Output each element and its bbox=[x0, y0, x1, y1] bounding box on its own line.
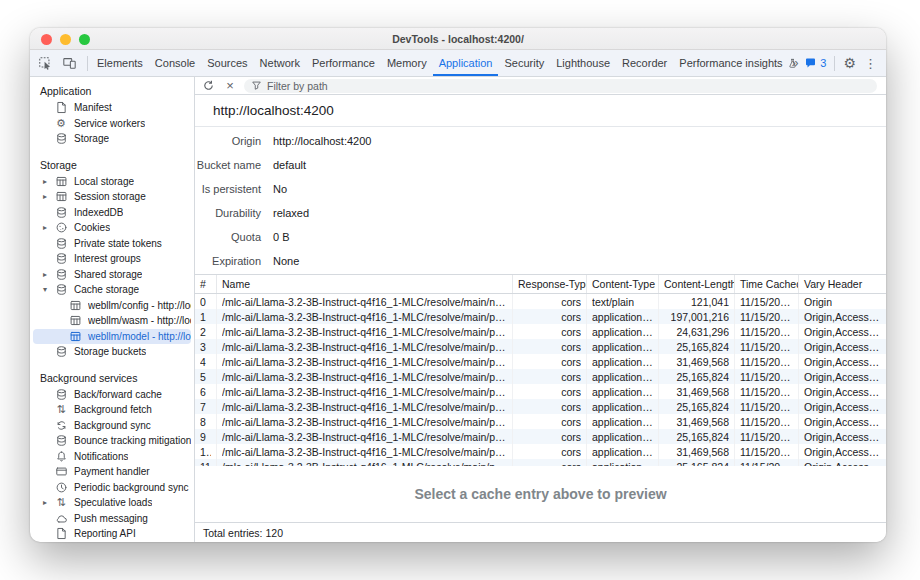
sidebar-item-bounce-tracking-mitigations[interactable]: Bounce tracking mitigations bbox=[33, 433, 191, 449]
updown-icon: ⇅ bbox=[54, 403, 68, 417]
sidebar-item-background-fetch[interactable]: ⇅Background fetch bbox=[33, 402, 191, 418]
sidebar-item-reporting-api[interactable]: Reporting API bbox=[33, 526, 191, 542]
table-row[interactable]: 8/mlc-ai/Llama-3.2-3B-Instruct-q4f16_1-M… bbox=[195, 414, 886, 429]
sidebar-item-private-state-tokens[interactable]: Private state tokens bbox=[33, 236, 191, 252]
file-icon bbox=[54, 101, 68, 115]
tab-security[interactable]: Security bbox=[498, 50, 550, 76]
table-row[interactable]: 9/mlc-ai/Llama-3.2-3B-Instruct-q4f16_1-M… bbox=[195, 429, 886, 444]
table-row[interactable]: 2/mlc-ai/Llama-3.2-3B-Instruct-q4f16_1-M… bbox=[195, 324, 886, 339]
sidebar-item-notifications[interactable]: Notifications bbox=[33, 449, 191, 465]
table-row[interactable]: 5/mlc-ai/Llama-3.2-3B-Instruct-q4f16_1-M… bbox=[195, 369, 886, 384]
meta-value: relaxed bbox=[273, 207, 309, 219]
cell-vary: Origin,Access… bbox=[799, 459, 886, 466]
sidebar-item-webllm-wasm-http-loca[interactable]: webllm/wasm - http://loca… bbox=[33, 313, 191, 329]
sidebar-item-shared-storage[interactable]: ▸Shared storage bbox=[33, 267, 191, 283]
tab-performance[interactable]: Performance bbox=[306, 50, 381, 76]
inspect-icon[interactable] bbox=[34, 53, 56, 73]
more-tabs-icon[interactable]: » bbox=[790, 56, 800, 70]
sidebar-item-payment-handler[interactable]: Payment handler bbox=[33, 464, 191, 480]
refresh-icon[interactable] bbox=[200, 78, 216, 94]
meta-value: None bbox=[273, 255, 299, 267]
section-title-application: Application bbox=[30, 82, 194, 100]
table-row[interactable]: 4/mlc-ai/Llama-3.2-3B-Instruct-q4f16_1-M… bbox=[195, 354, 886, 369]
tab-lighthouse[interactable]: Lighthouse bbox=[550, 50, 616, 76]
tab-console[interactable]: Console bbox=[149, 50, 201, 76]
column-header-response-type[interactable]: Response-Type bbox=[513, 275, 587, 293]
sidebar-item-back-forward-cache[interactable]: Back/forward cache bbox=[33, 387, 191, 403]
filter-box[interactable] bbox=[244, 79, 877, 93]
tab-application[interactable]: Application bbox=[433, 50, 499, 76]
messages-count: 3 bbox=[820, 57, 826, 69]
cell-content-length: 24,631,296 bbox=[659, 324, 735, 339]
tab-label: Network bbox=[260, 57, 300, 69]
tab-elements[interactable]: Elements bbox=[91, 50, 149, 76]
meta-label: Quota bbox=[195, 231, 261, 243]
sidebar-item-storage-buckets[interactable]: Storage buckets bbox=[33, 344, 191, 360]
tab-network[interactable]: Network bbox=[254, 50, 306, 76]
chevron-down-icon[interactable]: ▾ bbox=[43, 285, 54, 294]
chevron-right-icon[interactable]: ▸ bbox=[43, 177, 54, 186]
column-header--[interactable]: # bbox=[195, 275, 217, 293]
sidebar-item-service-workers[interactable]: ⚙Service workers bbox=[33, 116, 191, 132]
table-icon bbox=[68, 298, 82, 312]
tab-memory[interactable]: Memory bbox=[381, 50, 433, 76]
sidebar-item-storage[interactable]: Storage bbox=[33, 131, 191, 147]
sidebar-item-webllm-model-http-loc[interactable]: webllm/model - http://loc… bbox=[33, 329, 191, 345]
meta-label: Durability bbox=[195, 207, 261, 219]
sidebar-item-cache-storage[interactable]: ▾Cache storage bbox=[33, 282, 191, 298]
table-row[interactable]: 1/mlc-ai/Llama-3.2-3B-Instruct-q4f16_1-M… bbox=[195, 309, 886, 324]
sidebar-item-label: Shared storage bbox=[74, 269, 142, 280]
sidebar-item-periodic-background-sync[interactable]: Periodic background sync bbox=[33, 480, 191, 496]
section-title-background-services: Background services bbox=[30, 369, 194, 387]
messages-icon[interactable]: 3 bbox=[804, 57, 826, 69]
divider bbox=[834, 56, 835, 71]
sidebar-item-webllm-config-http-loc[interactable]: webllm/config - http://loc… bbox=[33, 298, 191, 314]
table-row[interactable]: 7/mlc-ai/Llama-3.2-3B-Instruct-q4f16_1-M… bbox=[195, 399, 886, 414]
cell-num: 5 bbox=[195, 369, 217, 384]
zoom-window-button[interactable] bbox=[79, 34, 90, 45]
file-icon bbox=[54, 527, 68, 541]
table-row[interactable]: 10/mlc-ai/Llama-3.2-3B-Instruct-q4f16_1-… bbox=[195, 444, 886, 459]
table-row[interactable]: 11/mlc-ai/Llama-3.2-3B-Instruct-q4f16_1-… bbox=[195, 459, 886, 466]
chevron-right-icon[interactable]: ▸ bbox=[43, 192, 54, 201]
sidebar-item-label: Notifications bbox=[74, 451, 128, 462]
tab-recorder[interactable]: Recorder bbox=[616, 50, 673, 76]
chevron-right-icon[interactable]: ▸ bbox=[43, 270, 54, 279]
column-header-vary-header[interactable]: Vary Header bbox=[799, 275, 886, 293]
device-toolbar-icon[interactable] bbox=[58, 53, 80, 73]
column-header-time-cached[interactable]: Time Cached bbox=[735, 275, 799, 293]
column-header-content-length[interactable]: Content-Length bbox=[659, 275, 735, 293]
tab-sources[interactable]: Sources bbox=[201, 50, 253, 76]
chevron-right-icon[interactable]: ▸ bbox=[43, 498, 54, 507]
sidebar-item-session-storage[interactable]: ▸Session storage bbox=[33, 189, 191, 205]
table-row[interactable]: 0/mlc-ai/Llama-3.2-3B-Instruct-q4f16_1-M… bbox=[195, 294, 886, 309]
column-header-name[interactable]: Name bbox=[217, 275, 513, 293]
sidebar-item-interest-groups[interactable]: Interest groups bbox=[33, 251, 191, 267]
sidebar-item-push-messaging[interactable]: Push messaging bbox=[33, 511, 191, 527]
filter-input[interactable] bbox=[267, 80, 870, 92]
sidebar-item-indexeddb[interactable]: IndexedDB bbox=[33, 205, 191, 221]
cell-content-length: 25,165,824 bbox=[659, 399, 735, 414]
cell-num: 11 bbox=[195, 459, 217, 466]
cell-content-length: 31,469,568 bbox=[659, 444, 735, 459]
sidebar-item-local-storage[interactable]: ▸Local storage bbox=[33, 174, 191, 190]
more-icon[interactable]: ⋮ bbox=[861, 56, 880, 71]
sidebar-item-label: Background fetch bbox=[74, 404, 152, 415]
close-window-button[interactable] bbox=[41, 34, 52, 45]
sidebar-item-manifest[interactable]: Manifest bbox=[33, 100, 191, 116]
meta-row-durability: Durabilityrelaxed bbox=[195, 201, 886, 225]
tab-label: Application bbox=[439, 57, 493, 69]
settings-icon[interactable]: ⚙ bbox=[843, 56, 856, 70]
sidebar-item-label: Speculative loads bbox=[74, 497, 152, 508]
chevron-right-icon[interactable]: ▸ bbox=[43, 223, 54, 232]
cell-name: /mlc-ai/Llama-3.2-3B-Instruct-q4f16_1-ML… bbox=[217, 399, 513, 414]
sidebar-item-cookies[interactable]: ▸Cookies bbox=[33, 220, 191, 236]
table-body[interactable]: 0/mlc-ai/Llama-3.2-3B-Instruct-q4f16_1-M… bbox=[195, 294, 886, 466]
minimize-window-button[interactable] bbox=[60, 34, 71, 45]
clear-icon[interactable]: × bbox=[222, 78, 238, 94]
table-row[interactable]: 3/mlc-ai/Llama-3.2-3B-Instruct-q4f16_1-M… bbox=[195, 339, 886, 354]
column-header-content-type[interactable]: Content-Type bbox=[587, 275, 659, 293]
sidebar-item-speculative-loads[interactable]: ▸⇅Speculative loads bbox=[33, 495, 191, 511]
table-row[interactable]: 6/mlc-ai/Llama-3.2-3B-Instruct-q4f16_1-M… bbox=[195, 384, 886, 399]
sidebar-item-background-sync[interactable]: Background sync bbox=[33, 418, 191, 434]
